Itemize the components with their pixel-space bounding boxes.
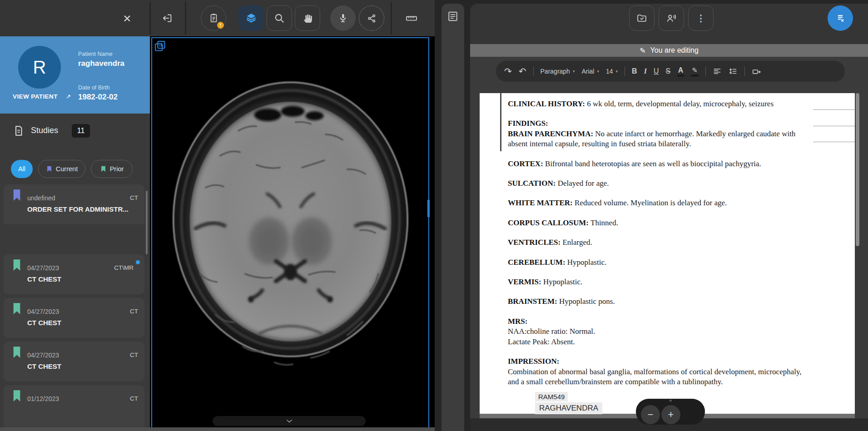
notification-badge: ! bbox=[217, 22, 224, 29]
discard-report-button[interactable] bbox=[828, 5, 853, 31]
section-text: Delayed for age. bbox=[558, 179, 609, 188]
report-paragraph: IMPRESSION:Combination of abnormal basal… bbox=[508, 357, 811, 387]
caret-down-icon: ▾ bbox=[573, 69, 575, 74]
image-viewport[interactable] bbox=[150, 36, 435, 431]
unread-dot bbox=[136, 260, 140, 264]
pencil-icon: ✎ bbox=[640, 46, 645, 55]
study-row[interactable]: undefined CT ORDER SET FOR ADMINISTR... bbox=[4, 184, 144, 224]
table-row-line bbox=[813, 126, 855, 126]
highlight-button[interactable]: ✎ bbox=[691, 66, 699, 76]
section-label: VERMIS: bbox=[508, 277, 541, 286]
logout-icon bbox=[161, 12, 173, 24]
close-button[interactable]: ✕ bbox=[119, 11, 135, 26]
undo-button[interactable]: ↶ bbox=[519, 66, 526, 77]
study-date: 04/27/2023 bbox=[27, 264, 59, 272]
report-close-icon bbox=[834, 12, 846, 24]
study-row[interactable]: 04/27/2023 CT CT CHEST bbox=[4, 342, 144, 381]
suggestion-item[interactable]: RAM549 bbox=[535, 392, 568, 401]
series-bar[interactable] bbox=[213, 416, 366, 426]
report-document[interactable]: CLINICAL HISTORY: 6 wk old, term, develo… bbox=[480, 93, 855, 414]
patient-card: R VIEW PATIENT ↗ Patient Name raghavendr… bbox=[0, 36, 150, 114]
report-tab-button[interactable] bbox=[446, 10, 459, 23]
sidebar-scrollbar[interactable] bbox=[146, 191, 148, 254]
app-window: ✕ ! bbox=[0, 0, 868, 431]
scroll-position-indicator bbox=[427, 200, 430, 217]
bottom-edge-strip bbox=[0, 427, 435, 431]
bookmark-prior-icon bbox=[12, 346, 22, 359]
report-paragraph: BRAIN PARENCHYMA: No acute infarct or he… bbox=[508, 129, 811, 149]
bold-button[interactable]: B bbox=[632, 67, 637, 75]
header-divider bbox=[185, 2, 186, 35]
report-text: CLINICAL HISTORY: 6 wk old, term, develo… bbox=[508, 99, 811, 396]
layers-button[interactable] bbox=[238, 5, 264, 31]
font-size-dropdown[interactable]: 14 ▾ bbox=[606, 68, 618, 75]
richtext-toolbar: ↷ ↶ Paragraph ▾ Arial ▾ 14 ▾ B I U S A ✎ bbox=[496, 61, 845, 82]
study-row[interactable]: 04/27/2023 CT CT CHEST bbox=[4, 298, 144, 338]
folder-check-button[interactable] bbox=[629, 5, 655, 31]
share-icon bbox=[366, 13, 377, 24]
font-family-dropdown[interactable]: Arial ▾ bbox=[581, 68, 599, 75]
document-vertical-scrollbar[interactable] bbox=[856, 93, 859, 246]
paragraph-style-dropdown[interactable]: Paragraph ▾ bbox=[541, 68, 575, 75]
filter-current-label: Current bbox=[56, 165, 78, 173]
zoom-control: ^ − + bbox=[636, 399, 705, 425]
italic-button[interactable]: I bbox=[644, 67, 647, 75]
align-button[interactable] bbox=[713, 67, 722, 76]
caret-down-icon: ▾ bbox=[616, 69, 618, 74]
study-description: CT CHEST bbox=[27, 275, 61, 283]
font-color-button[interactable]: A bbox=[677, 66, 684, 76]
line-spacing-button[interactable] bbox=[729, 67, 738, 76]
more-options-button[interactable]: ⋮ bbox=[688, 5, 714, 31]
pan-button[interactable] bbox=[295, 5, 320, 31]
paragraph-style-value: Paragraph bbox=[541, 68, 570, 75]
table-row-line bbox=[813, 109, 855, 110]
search-button[interactable] bbox=[267, 5, 292, 31]
highlight-color-bar bbox=[691, 75, 699, 76]
filter-current[interactable]: Current bbox=[38, 160, 85, 178]
exit-viewer-button[interactable] bbox=[154, 5, 180, 31]
dictate-speaker-button[interactable] bbox=[659, 5, 684, 31]
zoom-out-button[interactable]: − bbox=[641, 405, 660, 424]
study-modality: CT bbox=[130, 308, 138, 315]
bookmark-prior-icon bbox=[12, 258, 22, 272]
studies-count-badge: 11 bbox=[72, 124, 90, 138]
microphone-icon bbox=[337, 12, 349, 24]
study-description: ORDER SET FOR ADMINISTR... bbox=[27, 205, 129, 213]
hand-icon bbox=[302, 12, 314, 25]
section-text: Enlarged. bbox=[562, 238, 592, 247]
section-label: SULCATION: bbox=[508, 179, 556, 188]
patient-name-label: Patient Name bbox=[78, 51, 113, 57]
insert-field-button[interactable] bbox=[752, 67, 761, 76]
document-icon bbox=[446, 10, 459, 23]
share-button[interactable] bbox=[359, 5, 384, 31]
redo-button[interactable]: ↷ bbox=[504, 66, 512, 77]
zoom-in-button[interactable]: + bbox=[661, 405, 680, 424]
worklist-button[interactable]: ! bbox=[201, 5, 226, 31]
image-stack-icon bbox=[154, 40, 166, 52]
filter-all[interactable]: All bbox=[11, 160, 33, 178]
text-box-plus-icon bbox=[752, 67, 761, 76]
collapse-zoom-chevron[interactable]: ^ bbox=[636, 399, 705, 404]
studies-sidebar: R VIEW PATIENT ↗ Patient Name raghavendr… bbox=[0, 36, 150, 431]
study-modality: CT\MR bbox=[114, 264, 134, 271]
underline-button[interactable]: U bbox=[654, 67, 659, 75]
study-row[interactable]: 01/12/2023 CT bbox=[4, 385, 144, 431]
external-link-icon: ↗ bbox=[66, 93, 71, 100]
suggestion-item[interactable]: RAGHAVENDRA bbox=[535, 402, 602, 414]
study-row[interactable]: 04/27/2023 CT\MR CT CHEST bbox=[4, 254, 144, 294]
filter-prior[interactable]: Prior bbox=[91, 160, 133, 178]
view-patient-button[interactable]: VIEW PATIENT ↗ bbox=[13, 93, 71, 100]
dictation-button[interactable] bbox=[330, 5, 356, 31]
search-icon bbox=[273, 12, 285, 24]
report-paragraph: CORTEX: Bifrontal band heterotopias are … bbox=[508, 159, 811, 169]
kebab-icon: ⋮ bbox=[696, 13, 705, 24]
clipboard-icon bbox=[208, 12, 219, 24]
section-text: Lactate Peak: Absent. bbox=[508, 337, 575, 346]
person-voice-icon bbox=[665, 12, 677, 24]
measure-button[interactable] bbox=[399, 5, 424, 31]
toolbar-divider bbox=[533, 67, 534, 76]
studies-icon bbox=[13, 124, 25, 137]
strikethrough-button[interactable]: S bbox=[665, 67, 670, 75]
filter-prior-label: Prior bbox=[110, 165, 124, 173]
section-text: 6 wk old, term, developmental delay, mic… bbox=[587, 99, 774, 108]
